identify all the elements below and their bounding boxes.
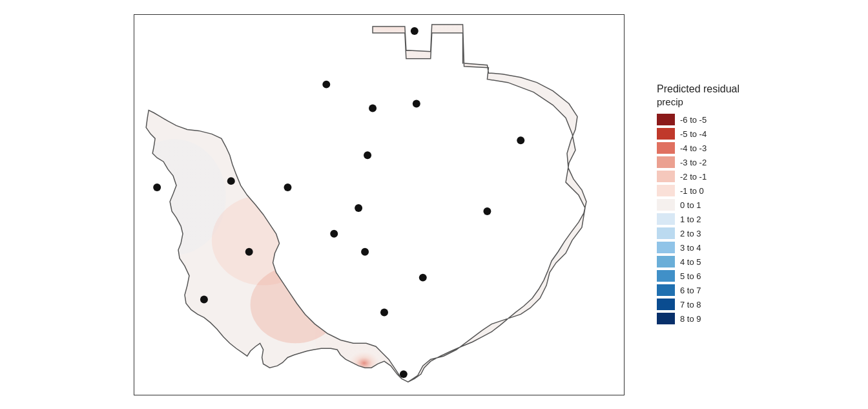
- legend-color-swatch: [657, 171, 675, 182]
- legend-item: 1 to 2: [657, 212, 707, 226]
- legend-color-swatch: [657, 299, 675, 310]
- legend-item: -3 to -2: [657, 155, 707, 169]
- legend-color-swatch: [657, 270, 675, 282]
- legend-item: 8 to 9: [657, 311, 707, 326]
- legend-panel: Predicted residual precip -6 to -5-5 to …: [657, 83, 760, 326]
- legend-label: 0 to 1: [680, 200, 701, 210]
- legend-item: -4 to -3: [657, 141, 707, 155]
- station-dot: [419, 273, 427, 281]
- legend-color-swatch: [657, 256, 675, 267]
- legend-color-swatch: [657, 114, 675, 125]
- legend-item: 3 to 4: [657, 240, 707, 255]
- station-dot: [245, 247, 253, 255]
- legend-title-line2: precip: [657, 96, 683, 107]
- legend-items: -6 to -5-5 to -4-4 to -3-3 to -2-2 to -1…: [657, 112, 707, 326]
- legend-label: 2 to 3: [680, 229, 701, 238]
- legend-item: 7 to 8: [657, 297, 707, 311]
- legend-item: 5 to 6: [657, 269, 707, 283]
- station-dot: [369, 104, 377, 112]
- legend-item: -6 to -5: [657, 112, 707, 127]
- svg-point-8: [264, 85, 392, 176]
- svg-point-2: [305, 95, 420, 224]
- legend-title-line1: Predicted residual: [657, 83, 739, 95]
- legend-item: -1 to 0: [657, 184, 707, 198]
- legend-color-swatch: [657, 227, 675, 239]
- svg-point-1: [298, 15, 479, 104]
- station-dot: [227, 177, 235, 185]
- station-dot: [400, 370, 408, 378]
- legend-label: -6 to -5: [680, 115, 707, 125]
- legend-item: -2 to -1: [657, 169, 707, 184]
- legend-color-swatch: [657, 199, 675, 211]
- legend-color-swatch: [657, 313, 675, 324]
- legend-label: -4 to -3: [680, 143, 707, 153]
- legend-label: 8 to 9: [680, 314, 701, 324]
- map-panel: [134, 14, 625, 395]
- station-dot: [284, 184, 292, 191]
- legend-color-swatch: [657, 185, 675, 196]
- legend-color-swatch: [657, 284, 675, 296]
- station-dot: [153, 184, 161, 191]
- legend-color-swatch: [657, 156, 675, 168]
- legend-item: 2 to 3: [657, 226, 707, 240]
- legend-label: 6 to 7: [680, 286, 701, 295]
- legend-item: -5 to -4: [657, 127, 707, 141]
- station-dot: [411, 26, 418, 34]
- svg-point-9: [251, 266, 341, 343]
- main-container: Predicted residual precip -6 to -5-5 to …: [0, 0, 868, 409]
- station-dot: [361, 247, 369, 255]
- legend-color-swatch: [657, 142, 675, 154]
- legend-label: 1 to 2: [680, 215, 701, 224]
- station-dot: [380, 308, 388, 316]
- legend-label: 7 to 8: [680, 300, 701, 309]
- legend-item: 6 to 7: [657, 283, 707, 297]
- legend-item: 0 to 1: [657, 198, 707, 212]
- station-dot: [355, 204, 362, 212]
- map-svg: [134, 15, 624, 395]
- legend-color-swatch: [657, 242, 675, 253]
- station-dot: [330, 229, 338, 237]
- legend-item: 4 to 5: [657, 255, 707, 269]
- legend-label: 3 to 4: [680, 243, 701, 253]
- legend-color-swatch: [657, 128, 675, 140]
- station-dot: [364, 151, 371, 159]
- station-dot: [200, 295, 208, 303]
- station-dot: [483, 207, 491, 215]
- legend-label: -1 to 0: [680, 186, 704, 196]
- legend-label: -3 to -2: [680, 158, 707, 167]
- legend-label: 5 to 6: [680, 271, 701, 281]
- svg-point-3: [315, 298, 417, 375]
- svg-point-6: [212, 195, 315, 286]
- legend-label: -2 to -1: [680, 172, 707, 182]
- legend-label: 4 to 5: [680, 257, 701, 267]
- legend-color-swatch: [657, 213, 675, 225]
- legend-label: -5 to -4: [680, 129, 707, 139]
- station-dot: [413, 100, 420, 107]
- station-dot: [322, 80, 330, 88]
- station-dot: [517, 136, 524, 144]
- svg-point-7: [373, 233, 463, 311]
